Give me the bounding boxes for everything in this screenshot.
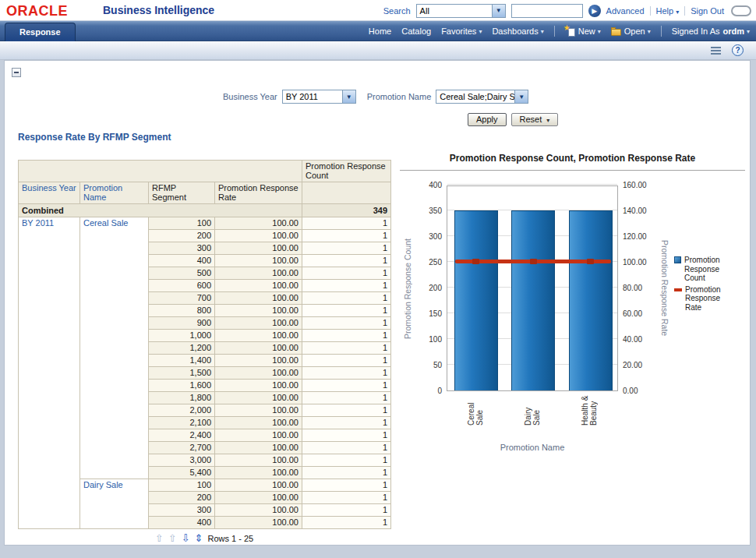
dashboards-label: Dashboards: [492, 26, 538, 36]
help-menu[interactable]: Help▾: [656, 6, 680, 16]
nav-catalog[interactable]: Catalog: [401, 26, 431, 36]
dashboard-tabbar: Response Home Catalog Favorites▾ Dashboa…: [0, 21, 756, 41]
count-header-spacer: [302, 182, 391, 204]
response-rate-cell: 100.00: [215, 280, 302, 292]
left-axis-tick: 200: [408, 284, 442, 293]
search-input[interactable]: [511, 4, 583, 18]
bar-health-beauty[interactable]: [569, 210, 613, 390]
rows-range-text: Rows 1 - 25: [207, 534, 253, 543]
business-year-cell[interactable]: BY 2011: [19, 217, 80, 529]
response-rate-cell: 100.00: [215, 467, 302, 479]
page-toolbar: ?: [0, 41, 756, 60]
response-count-cell: 1: [302, 454, 391, 467]
nav-open[interactable]: Open▾: [611, 26, 651, 36]
segment-cell: 2,100: [149, 417, 215, 429]
right-axis-tick: 60.00: [623, 309, 659, 319]
chevron-down-icon: ▼: [342, 90, 355, 103]
business-year-column-header[interactable]: Business Year: [19, 182, 80, 204]
legend-count-label: Promotion Response Count: [684, 256, 734, 283]
response-rate-cell: 100.00: [215, 404, 302, 417]
segment-cell: 100: [149, 217, 215, 230]
count-column-header: Promotion Response Count: [302, 161, 391, 182]
divider: [650, 6, 651, 16]
response-rate-cell: 100.00: [215, 342, 302, 355]
chart-region: Promotion Response Count, Promotion Resp…: [398, 153, 747, 457]
response-count-cell: 1: [302, 305, 391, 317]
x-category-label: Cereal Sale: [452, 394, 499, 446]
help-label: Help: [656, 6, 674, 16]
signed-in-menu[interactable]: Signed In As ordm ▾: [672, 26, 750, 36]
bar-dairy-sale[interactable]: [511, 210, 555, 390]
business-year-value: BY 2011: [283, 90, 342, 103]
chevron-down-icon: ▾: [747, 28, 750, 35]
reset-button[interactable]: Reset ▾: [511, 113, 559, 126]
response-count-cell: 1: [302, 355, 391, 367]
apply-button[interactable]: Apply: [468, 113, 507, 126]
tab-response[interactable]: Response: [5, 23, 76, 41]
response-rate-cell: 100.00: [215, 442, 302, 454]
promotion-name-cell[interactable]: Cereal Sale: [80, 217, 149, 479]
oracle-logo: ORACLE: [6, 3, 68, 19]
response-count-cell: 1: [302, 292, 391, 305]
response-count-cell: 1: [302, 429, 391, 442]
response-count-cell: 1: [302, 267, 391, 280]
nav-favorites[interactable]: Favorites▾: [441, 26, 482, 36]
response-rate-cell: 100.00: [215, 255, 302, 267]
chart-legend: Promotion Response Count Promotion Respo…: [674, 256, 744, 314]
chevron-down-icon: ▾: [598, 28, 601, 35]
pivot-table-region: Promotion Response Count Business Year P…: [18, 160, 391, 529]
response-count-cell: 1: [302, 467, 391, 479]
chevron-down-icon: ▾: [648, 28, 651, 35]
chart-title: Promotion Response Count, Promotion Resp…: [398, 153, 747, 164]
promotion-name-cell[interactable]: Dairy Sale: [80, 479, 149, 529]
pivot-corner-cell: [19, 161, 302, 182]
business-year-select[interactable]: BY 2011 ▼: [282, 90, 356, 104]
response-count-cell: 1: [302, 367, 391, 380]
segment-cell: 1,600: [149, 380, 215, 392]
gridline: [447, 184, 617, 185]
response-count-cell: 1: [302, 217, 391, 230]
legend-item-rate[interactable]: Promotion Response Rate: [674, 285, 744, 313]
open-label: Open: [624, 26, 645, 36]
response-count-cell: 1: [302, 504, 391, 517]
collapse-section-button[interactable]: [12, 68, 21, 77]
response-count-cell: 1: [302, 392, 391, 404]
rate-marker: [587, 259, 594, 264]
legend-item-count[interactable]: Promotion Response Count: [674, 256, 744, 283]
promotion-name-select[interactable]: Cereal Sale;Dairy Sal ▼: [436, 90, 528, 104]
page-options-icon[interactable]: [711, 45, 723, 56]
promotion-name-column-header[interactable]: Promotion Name: [80, 182, 149, 204]
nav-new[interactable]: ★ New▾: [565, 26, 601, 37]
response-count-cell: 1: [302, 380, 391, 392]
search-scope-select[interactable]: All ▼: [416, 4, 506, 18]
segment-cell: 800: [149, 305, 215, 317]
search-go-button[interactable]: ▶: [588, 5, 601, 17]
right-axis-tick: 20.00: [623, 361, 659, 370]
response-count-cell: 1: [302, 404, 391, 417]
segment-cell: 600: [149, 280, 215, 292]
bar-cereal-sale[interactable]: [454, 210, 498, 390]
nav-dashboards[interactable]: Dashboards▾: [492, 26, 543, 36]
segment-cell: 2,700: [149, 442, 215, 454]
rate-marker: [530, 259, 537, 264]
previous-page-icon[interactable]: ⇧: [168, 533, 177, 543]
response-count-cell: 1: [302, 242, 391, 255]
all-rows-icon[interactable]: ⇕: [195, 533, 203, 543]
next-page-icon[interactable]: ⇩: [182, 533, 190, 543]
section-title: Response Rate By RFMP Segment: [18, 132, 171, 143]
dashboard-content: Business Year BY 2011 ▼ Promotion Name C…: [4, 60, 751, 546]
nav-home[interactable]: Home: [369, 26, 391, 36]
help-icon[interactable]: ?: [732, 44, 744, 56]
segment-cell: 1,500: [149, 367, 215, 380]
global-nav: Home Catalog Favorites▾ Dashboards▾ ★ Ne…: [369, 21, 750, 41]
divider: [684, 6, 685, 16]
sign-out-link[interactable]: Sign Out: [691, 6, 724, 16]
left-axis-tick: 50: [408, 361, 442, 370]
promotion-name-value: Cereal Sale;Dairy Sal: [436, 90, 514, 103]
response-count-cell: 1: [302, 330, 391, 342]
advanced-link[interactable]: Advanced: [606, 6, 645, 16]
response-count-cell: 1: [302, 280, 391, 292]
response-count-cell: 1: [302, 342, 391, 355]
first-page-icon[interactable]: ⇧: [155, 533, 164, 543]
response-count-cell: 1: [302, 255, 391, 267]
